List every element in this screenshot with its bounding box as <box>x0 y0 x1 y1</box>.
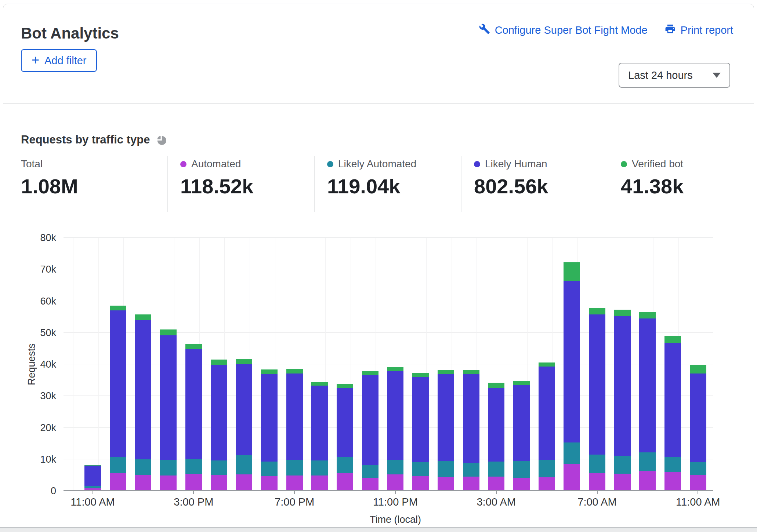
bar-segment-automated[interactable] <box>589 473 605 490</box>
bar-segment-verified-bot[interactable] <box>236 359 252 364</box>
bar-segment-likely-human[interactable] <box>539 367 555 460</box>
bar-11-00-am[interactable] <box>84 465 101 490</box>
bar-5-00-pm[interactable] <box>236 359 252 490</box>
bar-segment-likely-automated[interactable] <box>135 459 151 475</box>
bar-1-00-pm[interactable] <box>135 314 151 490</box>
bar-segment-likely-human[interactable] <box>261 374 278 461</box>
bar-1-00-am[interactable] <box>438 370 454 490</box>
bar-segment-likely-automated[interactable] <box>614 456 631 474</box>
bar-7-00-am[interactable] <box>589 308 605 490</box>
bar-segment-likely-automated[interactable] <box>261 462 278 477</box>
bar-segment-automated[interactable] <box>412 476 429 490</box>
bar-segment-automated[interactable] <box>539 477 555 490</box>
bar-segment-likely-human[interactable] <box>286 374 303 460</box>
bar-segment-verified-bot[interactable] <box>286 369 303 374</box>
bar-segment-likely-human[interactable] <box>564 281 580 442</box>
bar-segment-automated[interactable] <box>438 477 454 490</box>
bar-segment-verified-bot[interactable] <box>261 369 278 374</box>
bar-segment-likely-human[interactable] <box>311 386 328 460</box>
bar-segment-verified-bot[interactable] <box>160 329 177 335</box>
bar-segment-likely-human[interactable] <box>589 314 605 455</box>
bar-2-00-am[interactable] <box>463 370 479 490</box>
bar-segment-likely-human[interactable] <box>185 349 202 459</box>
bar-segment-likely-automated[interactable] <box>463 463 479 477</box>
bar-segment-likely-automated[interactable] <box>690 462 706 475</box>
bar-segment-likely-automated[interactable] <box>362 465 378 478</box>
bar-12-00-am[interactable] <box>412 373 429 490</box>
bar-segment-verified-bot[interactable] <box>614 310 631 316</box>
time-range-dropdown[interactable]: Last 24 hours <box>619 63 730 88</box>
bar-5-00-am[interactable] <box>539 362 555 490</box>
bar-segment-automated[interactable] <box>513 478 530 490</box>
bar-segment-verified-bot[interactable] <box>211 360 227 365</box>
bar-6-00-pm[interactable] <box>261 369 278 490</box>
bar-segment-likely-human[interactable] <box>639 318 656 452</box>
add-filter-button[interactable]: + Add filter <box>21 49 97 72</box>
bar-segment-likely-human[interactable] <box>211 365 227 460</box>
bar-9-00-am[interactable] <box>639 312 656 490</box>
bar-segment-likely-automated[interactable] <box>387 460 403 474</box>
bar-6-00-am[interactable] <box>564 262 580 490</box>
bar-segment-verified-bot[interactable] <box>463 370 479 374</box>
bar-segment-likely-human[interactable] <box>488 388 504 461</box>
bar-segment-likely-human[interactable] <box>387 371 403 460</box>
bar-segment-automated[interactable] <box>337 473 353 490</box>
bar-segment-automated[interactable] <box>110 473 126 490</box>
bar-10-00-pm[interactable] <box>362 371 378 490</box>
bar-segment-automated[interactable] <box>362 478 378 490</box>
bar-3-00-am[interactable] <box>488 383 504 490</box>
bar-segment-automated[interactable] <box>639 471 656 491</box>
bar-segment-likely-human[interactable] <box>362 375 378 465</box>
bar-segment-automated[interactable] <box>135 475 151 490</box>
bar-segment-automated[interactable] <box>564 464 580 491</box>
bar-segment-verified-bot[interactable] <box>110 306 126 310</box>
bar-segment-automated[interactable] <box>84 488 101 490</box>
bar-8-00-pm[interactable] <box>311 382 328 490</box>
bar-3-00-pm[interactable] <box>185 344 202 490</box>
bar-segment-likely-automated[interactable] <box>513 461 530 478</box>
bar-segment-verified-bot[interactable] <box>539 362 555 367</box>
bar-segment-likely-human[interactable] <box>664 343 681 457</box>
bar-segment-likely-automated[interactable] <box>286 460 303 475</box>
bar-segment-likely-human[interactable] <box>110 310 126 457</box>
bar-segment-likely-human[interactable] <box>135 320 151 459</box>
bar-segment-verified-bot[interactable] <box>362 371 378 375</box>
print-report-link[interactable]: Print report <box>664 23 733 37</box>
bar-segment-likely-automated[interactable] <box>589 455 605 473</box>
bar-segment-likely-automated[interactable] <box>236 455 252 474</box>
bar-segment-automated[interactable] <box>286 475 303 490</box>
bar-segment-verified-bot[interactable] <box>488 383 504 389</box>
bar-segment-likely-human[interactable] <box>438 374 454 461</box>
bar-segment-automated[interactable] <box>211 475 227 490</box>
bar-segment-likely-automated[interactable] <box>311 460 328 475</box>
bar-4-00-pm[interactable] <box>211 360 227 490</box>
bar-segment-verified-bot[interactable] <box>185 344 202 349</box>
bar-segment-likely-human[interactable] <box>412 377 429 462</box>
bar-segment-automated[interactable] <box>261 476 278 490</box>
bar-11-00-am[interactable] <box>690 365 706 490</box>
bar-segment-likely-human[interactable] <box>84 466 101 486</box>
bar-segment-verified-bot[interactable] <box>513 381 530 385</box>
bar-segment-verified-bot[interactable] <box>639 312 656 318</box>
bar-segment-likely-human[interactable] <box>513 385 530 461</box>
bar-segment-likely-human[interactable] <box>690 374 706 462</box>
bar-segment-automated[interactable] <box>160 475 177 491</box>
bar-segment-likely-automated[interactable] <box>412 462 429 476</box>
bar-segment-likely-automated[interactable] <box>211 460 227 475</box>
bar-segment-likely-automated[interactable] <box>564 442 580 464</box>
bar-segment-verified-bot[interactable] <box>438 370 454 374</box>
bar-segment-verified-bot[interactable] <box>337 384 353 388</box>
bar-segment-likely-automated[interactable] <box>185 459 202 474</box>
bar-segment-likely-automated[interactable] <box>160 460 177 475</box>
bar-segment-verified-bot[interactable] <box>564 262 580 281</box>
bar-segment-verified-bot[interactable] <box>412 373 429 377</box>
bar-segment-verified-bot[interactable] <box>387 367 403 371</box>
bar-segment-verified-bot[interactable] <box>664 336 681 343</box>
bar-segment-automated[interactable] <box>236 474 252 490</box>
bar-segment-likely-automated[interactable] <box>110 457 126 473</box>
bar-segment-likely-human[interactable] <box>160 335 177 460</box>
bar-10-00-am[interactable] <box>664 336 681 490</box>
bar-segment-likely-human[interactable] <box>614 316 631 456</box>
bar-11-00-pm[interactable] <box>387 367 403 490</box>
bar-8-00-am[interactable] <box>614 310 631 490</box>
